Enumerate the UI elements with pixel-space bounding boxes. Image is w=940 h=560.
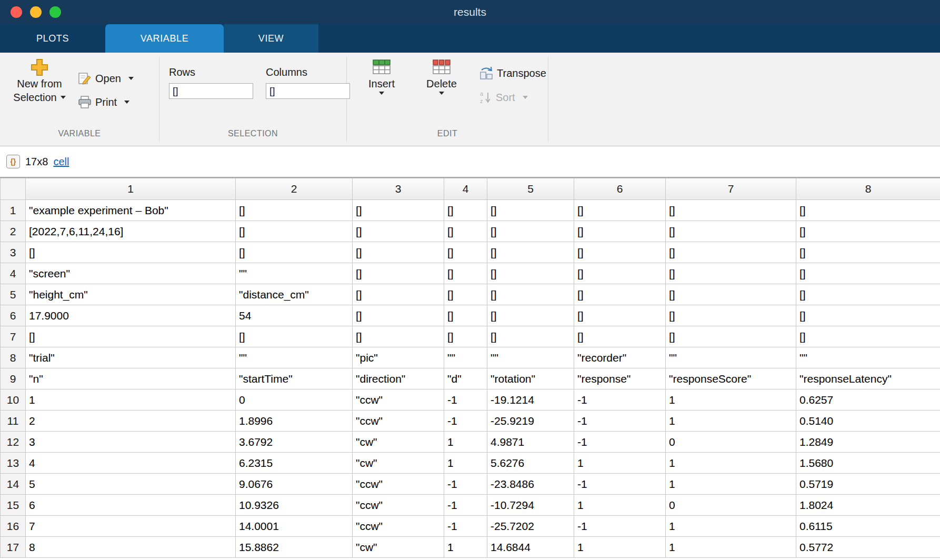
cell[interactable]: [] [444,263,487,284]
column-header[interactable]: 4 [444,178,487,200]
column-header[interactable]: 3 [353,178,444,200]
cell[interactable]: 1 [574,495,666,516]
cell[interactable]: -1 [574,432,666,453]
cell[interactable]: 1 [666,474,796,495]
cell[interactable]: 1.8024 [796,495,940,516]
cell[interactable]: [] [666,326,796,347]
cell[interactable]: [] [444,200,487,221]
cell[interactable]: 1 [574,537,666,558]
cell[interactable]: "screen" [26,263,236,284]
tab-plots[interactable]: PLOTS [0,24,105,53]
cell[interactable]: 15.8862 [236,537,353,558]
cell[interactable]: 0 [666,495,796,516]
minimize-button[interactable] [30,6,42,18]
column-header[interactable]: 2 [236,178,353,200]
cell[interactable]: "responseScore" [666,368,796,389]
cell[interactable]: "" [796,347,940,368]
cell[interactable]: [] [487,326,574,347]
cell[interactable]: 1 [666,516,796,537]
row-header[interactable]: 17 [1,537,26,558]
cell[interactable]: [] [26,326,236,347]
row-header[interactable]: 6 [1,305,26,326]
cell[interactable]: "ccw" [353,474,444,495]
close-button[interactable] [11,6,22,18]
cell[interactable]: [] [444,284,487,305]
cell[interactable]: -1 [444,516,487,537]
cell[interactable]: "recorder" [574,347,666,368]
cell[interactable]: 6.2315 [236,453,353,474]
cell[interactable]: [] [487,305,574,326]
cell[interactable]: -1 [574,516,666,537]
row-header[interactable]: 3 [1,242,26,263]
cell[interactable]: [] [574,221,666,242]
cell[interactable]: 17.9000 [26,305,236,326]
row-header[interactable]: 1 [1,200,26,221]
cell[interactable]: [2022,7,6,11,24,16] [26,221,236,242]
cell[interactable]: "cw" [353,537,444,558]
cell[interactable]: "cw" [353,453,444,474]
cell[interactable]: "ccw" [353,411,444,432]
cell[interactable]: 6 [26,495,236,516]
cell[interactable]: 0 [666,432,796,453]
cell[interactable]: [] [26,242,236,263]
cell[interactable]: "ccw" [353,495,444,516]
cell[interactable]: -1 [574,474,666,495]
cell[interactable]: -1 [444,474,487,495]
cell[interactable]: [] [666,263,796,284]
cell[interactable]: 1.5680 [796,453,940,474]
cell[interactable]: "height_cm" [26,284,236,305]
cell[interactable]: 7 [26,516,236,537]
cell[interactable]: [] [444,221,487,242]
cell[interactable]: [] [487,200,574,221]
cell[interactable]: "" [666,347,796,368]
cell[interactable]: -25.7202 [487,516,574,537]
cell[interactable]: "cw" [353,432,444,453]
cell[interactable]: [] [353,263,444,284]
row-header[interactable]: 7 [1,326,26,347]
cell[interactable]: 1.8996 [236,411,353,432]
cell[interactable]: 1 [666,389,796,411]
cell[interactable]: 0.6257 [796,389,940,411]
cell[interactable]: [] [796,326,940,347]
cell[interactable]: -1 [444,495,487,516]
row-header[interactable]: 15 [1,495,26,516]
new-from-selection-button[interactable]: New from Selection [8,58,71,129]
cell[interactable]: -1 [574,411,666,432]
cell[interactable]: 1 [574,453,666,474]
cell[interactable]: [] [487,284,574,305]
cell[interactable]: [] [444,305,487,326]
cell[interactable]: [] [353,305,444,326]
cell[interactable]: 4 [26,453,236,474]
cell[interactable]: [] [236,242,353,263]
cell[interactable]: 1 [444,537,487,558]
cell[interactable]: [] [796,221,940,242]
cell[interactable]: [] [666,284,796,305]
cell[interactable]: 14.6844 [487,537,574,558]
insert-button[interactable]: Insert [359,59,404,129]
cell[interactable]: 10.9326 [236,495,353,516]
tab-variable[interactable]: VARIABLE [105,24,224,53]
cell[interactable]: -1 [444,411,487,432]
delete-button[interactable]: Delete [419,59,464,129]
cell[interactable]: -1 [444,389,487,411]
zoom-button[interactable] [49,6,61,18]
cell[interactable]: 0.6115 [796,516,940,537]
row-header[interactable]: 5 [1,284,26,305]
cell[interactable]: [] [236,221,353,242]
row-header[interactable]: 13 [1,453,26,474]
cell[interactable]: 5 [26,474,236,495]
cell[interactable]: [] [487,242,574,263]
cell[interactable]: 9.0676 [236,474,353,495]
rows-input[interactable] [169,83,253,99]
cell[interactable]: [] [353,242,444,263]
cell[interactable]: 1 [26,389,236,411]
cell[interactable]: [] [666,305,796,326]
cell-type-link[interactable]: cell [53,156,69,168]
columns-input[interactable] [266,83,350,99]
cell[interactable]: [] [444,242,487,263]
cell[interactable]: "ccw" [353,516,444,537]
cell[interactable]: 3.6792 [236,432,353,453]
sort-button[interactable]: a z Sort [479,91,546,104]
cell[interactable]: 8 [26,537,236,558]
cell[interactable]: "responseLatency" [796,368,940,389]
